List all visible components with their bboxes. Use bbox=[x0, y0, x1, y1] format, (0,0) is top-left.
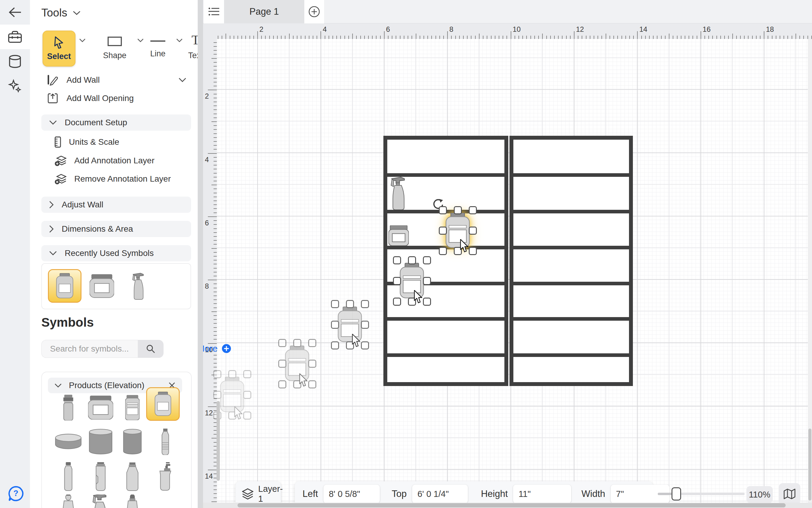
shape-tool-button[interactable]: Shape bbox=[98, 34, 131, 60]
panel-scrollbar[interactable] bbox=[198, 0, 203, 508]
vertical-scrollbar[interactable] bbox=[808, 39, 812, 503]
product-water-bottle[interactable] bbox=[150, 425, 180, 459]
help-button[interactable]: ? bbox=[8, 485, 24, 502]
back-button[interactable] bbox=[0, 0, 30, 25]
select-tool-button[interactable]: Select bbox=[43, 31, 76, 67]
remove-annotation-layer-item[interactable]: Remove Annotation Layer bbox=[54, 173, 171, 185]
selection-handle[interactable] bbox=[278, 380, 286, 388]
recent-symbols-box bbox=[41, 263, 191, 309]
selection-handle[interactable] bbox=[346, 300, 354, 308]
selection-handle[interactable] bbox=[423, 277, 431, 285]
product-jar-lined[interactable] bbox=[117, 391, 147, 424]
adjust-wall-header[interactable]: Adjust Wall bbox=[41, 197, 191, 213]
product-dish-soap-bottle[interactable] bbox=[53, 495, 83, 508]
add-wall-opening-item[interactable]: Add Wall Opening bbox=[47, 93, 134, 104]
shelf-column[interactable] bbox=[510, 136, 633, 386]
product-lotion-bottle[interactable] bbox=[117, 459, 147, 494]
jar-labeled-symbol[interactable] bbox=[220, 377, 244, 413]
zoom-level-badge[interactable]: 110% bbox=[747, 486, 773, 503]
selection-handle[interactable] bbox=[469, 247, 477, 255]
product-pump-bottle[interactable] bbox=[150, 459, 180, 494]
selection-handle[interactable] bbox=[308, 380, 316, 388]
height-field-input[interactable]: 11" bbox=[513, 484, 571, 503]
selection-handle[interactable] bbox=[469, 226, 477, 235]
product-spray-bottle-small[interactable] bbox=[85, 495, 117, 508]
recently-used-header[interactable]: Recently Used Symbols bbox=[41, 245, 191, 261]
zoom-slider-handle[interactable] bbox=[672, 487, 681, 501]
product-jar-labeled-selected[interactable] bbox=[146, 387, 180, 421]
selection-handle[interactable] bbox=[278, 339, 286, 347]
selection-handle[interactable] bbox=[331, 341, 339, 349]
product-canister-dark[interactable] bbox=[117, 425, 147, 459]
text-tool-button[interactable]: T Text bbox=[179, 34, 212, 60]
database-tab[interactable] bbox=[0, 49, 30, 74]
dimensions-area-header[interactable]: Dimensions & Area bbox=[41, 221, 191, 237]
ai-assist-tab[interactable] bbox=[0, 74, 30, 98]
selection-handle[interactable] bbox=[243, 391, 251, 399]
selection-handle[interactable] bbox=[331, 300, 339, 308]
product-tub-low[interactable] bbox=[51, 426, 86, 459]
selection-handle[interactable] bbox=[393, 298, 401, 306]
selection-handle[interactable] bbox=[408, 256, 416, 264]
selection-handle[interactable] bbox=[393, 256, 401, 264]
selection-handle[interactable] bbox=[243, 370, 251, 378]
tools-panel-title[interactable]: Tools bbox=[41, 7, 81, 19]
line-tool-button[interactable]: Line bbox=[141, 34, 174, 58]
recent-symbol-jar-labeled[interactable] bbox=[48, 269, 82, 303]
horizontal-scrollbar-thumb[interactable] bbox=[238, 503, 785, 507]
symbol-search-input[interactable]: Search for symbols... bbox=[41, 340, 138, 358]
toolbox-tab[interactable] bbox=[0, 25, 30, 49]
recent-symbol-jar-wide[interactable] bbox=[85, 269, 118, 303]
jar-labeled-symbol[interactable] bbox=[338, 307, 362, 343]
spray-bottle-graphic bbox=[390, 176, 408, 210]
top-field-input[interactable]: 6' 0 1/4" bbox=[412, 484, 468, 503]
selection-handle[interactable] bbox=[243, 412, 251, 420]
spray-bottle-symbol[interactable] bbox=[390, 176, 408, 210]
product-jar-wide-label[interactable] bbox=[85, 391, 117, 424]
selection-handle[interactable] bbox=[213, 370, 221, 378]
vertical-scrollbar-thumb[interactable] bbox=[808, 429, 811, 501]
product-shampoo-bottle[interactable] bbox=[85, 459, 117, 494]
selection-handle[interactable] bbox=[439, 226, 447, 235]
selection-handle[interactable] bbox=[423, 256, 431, 264]
drawing-canvas[interactable]: Page 1 24681012141618 2468101214 bbox=[203, 0, 812, 508]
selection-handle[interactable] bbox=[393, 277, 401, 285]
selection-handle[interactable] bbox=[361, 341, 369, 349]
jar-labeled-symbol[interactable] bbox=[399, 263, 424, 299]
selection-handle[interactable] bbox=[361, 300, 369, 308]
shelf-column[interactable] bbox=[383, 136, 508, 386]
add-annotation-layer-item[interactable]: Add Annotation Layer bbox=[54, 155, 154, 167]
selection-handle[interactable] bbox=[439, 206, 447, 214]
zoom-slider-track[interactable] bbox=[658, 493, 745, 495]
product-capped-bottle[interactable] bbox=[117, 495, 147, 508]
product-canister[interactable] bbox=[85, 425, 117, 459]
jar-labeled-symbol[interactable] bbox=[445, 213, 470, 248]
left-field-input[interactable]: 8' 0 5/8" bbox=[324, 484, 380, 503]
jar-small-symbol[interactable] bbox=[388, 225, 409, 246]
selection-handle[interactable] bbox=[454, 206, 462, 214]
product-flip-top-bottle[interactable] bbox=[53, 459, 83, 494]
minimap-button[interactable] bbox=[779, 483, 800, 505]
units-scale-item[interactable]: Units & Scale bbox=[54, 136, 119, 148]
selection-handle[interactable] bbox=[423, 298, 431, 306]
jar-labeled-symbol[interactable] bbox=[285, 346, 309, 382]
selection-handle[interactable] bbox=[293, 339, 301, 347]
selection-handle[interactable] bbox=[361, 321, 369, 329]
selection-handle[interactable] bbox=[308, 339, 316, 347]
selection-handle[interactable] bbox=[213, 391, 221, 399]
products-scrollbar[interactable] bbox=[217, 401, 220, 481]
recent-symbol-spray-bottle[interactable] bbox=[122, 269, 156, 303]
product-bottle-cylinder[interactable] bbox=[53, 391, 83, 424]
add-wall-chevron[interactable] bbox=[179, 78, 186, 82]
selection-handle[interactable] bbox=[439, 247, 447, 255]
selection-handle[interactable] bbox=[308, 359, 316, 368]
document-setup-header[interactable]: Document Setup bbox=[41, 115, 191, 131]
selection-handle[interactable] bbox=[228, 370, 236, 378]
search-button[interactable] bbox=[138, 340, 163, 358]
selection-handle[interactable] bbox=[331, 321, 339, 329]
horizontal-scrollbar[interactable] bbox=[203, 503, 812, 508]
select-dropdown-chevron[interactable] bbox=[79, 38, 86, 43]
add-wall-item[interactable]: Add Wall bbox=[47, 74, 186, 86]
selection-handle[interactable] bbox=[278, 359, 286, 368]
selection-handle[interactable] bbox=[469, 206, 477, 214]
